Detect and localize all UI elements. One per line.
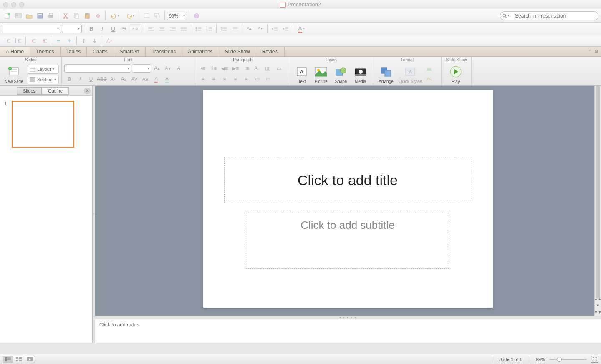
shrink-font-button[interactable]: A▾ [163,64,173,73]
tab-home[interactable]: ⌂Home [0,47,30,56]
open-template-icon[interactable] [13,11,23,21]
ribbon-dec-indent[interactable]: ◀≡ [220,64,230,73]
ribbon-underline[interactable]: U [86,75,96,84]
save-icon[interactable] [35,11,45,21]
close-panel-icon[interactable]: ✕ [84,88,91,94]
tab-tables[interactable]: Tables [61,47,87,56]
undo-icon[interactable]: ▾ [108,11,122,21]
ribbon-highlight-color[interactable]: A [162,75,172,84]
layout-button[interactable]: Layout [27,65,59,74]
add-button[interactable]: + [64,36,74,45]
fit-to-window-button[interactable]: ⛶ [591,356,598,363]
tab-transitions[interactable]: Transitions [146,47,182,56]
bullets-button[interactable] [193,24,203,33]
ribbon-font-family[interactable] [64,64,131,73]
redo-icon[interactable]: ▾ [123,11,137,21]
shape-fill-button[interactable] [424,65,434,74]
demote-button[interactable] [39,36,49,45]
move-down-button[interactable] [90,36,100,45]
ribbon-subscript[interactable]: A₂ [119,75,129,84]
align-center-button[interactable] [157,24,167,33]
ribbon-bold[interactable]: B [64,75,74,84]
indent-paragraph-button[interactable] [13,36,23,45]
ribbon-font-color[interactable]: A [151,75,161,84]
move-up-button[interactable] [79,36,89,45]
decrease-font-button[interactable]: A▾ [255,24,265,33]
increase-indent-button[interactable] [280,24,290,33]
font-color-button[interactable]: A [295,24,308,33]
strikethrough-button[interactable]: S [119,24,129,33]
slide-canvas[interactable]: Click to add title Click to add subtitle… [95,86,601,316]
sorter-view-button[interactable] [13,356,24,363]
ribbon-align-left[interactable]: ≡ [198,75,208,84]
format-painter-icon[interactable] [93,11,103,21]
panel-tab-outline[interactable]: Outline [42,87,69,95]
collapse-ribbon-icon[interactable]: ⌃ [588,49,592,54]
ribbon-align-center[interactable]: ≡ [209,75,219,84]
tab-charts[interactable]: Charts [87,47,114,56]
zoom-slider-thumb[interactable] [557,357,562,362]
new-slide-icon[interactable] [141,11,152,21]
search-input[interactable] [511,11,598,20]
subtitle-placeholder[interactable]: Click to add subtitle [246,213,449,269]
minimize-window-icon[interactable] [11,2,16,7]
ribbon-para-dialog[interactable]: ▭ [263,75,273,84]
insert-picture-button[interactable]: Picture [311,63,331,85]
ribbon-superscript[interactable]: A² [108,75,118,84]
ribbon-char-spacing[interactable]: AV [129,75,139,84]
horizontal-splitter[interactable]: • • • • • [95,316,601,319]
ribbon-strike[interactable]: ABC [97,75,107,84]
zoom-combo[interactable]: 99% [167,12,187,20]
ribbon-text-direction[interactable]: A↓ [252,64,262,73]
tab-smartart[interactable]: SmartArt [114,47,146,56]
ribbon-columns[interactable]: ▯▯ [263,64,273,73]
zoom-window-icon[interactable] [19,2,24,7]
cut-icon[interactable] [61,11,71,21]
zoom-slider[interactable] [549,359,587,360]
next-slide-icon[interactable]: ▼▼ [595,309,601,316]
ribbon-inc-indent[interactable]: ▶≡ [230,64,240,73]
numbering-button[interactable]: 123 [204,24,214,33]
ribbon-align-right[interactable]: ≡ [220,75,230,84]
print-icon[interactable] [46,11,56,21]
prev-slide-icon[interactable]: ▲▲ [595,296,601,302]
title-placeholder[interactable]: Click to add title [224,157,471,203]
outdent-paragraph-button[interactable] [3,36,13,45]
align-left-button[interactable] [146,24,156,33]
insert-shape-button[interactable]: Shape [331,63,351,85]
help-icon[interactable]: ? [192,11,202,21]
ribbon-settings-icon[interactable]: ⚙ [594,49,598,54]
ribbon-numbering[interactable]: 1≡ [209,64,219,73]
align-justify-button[interactable] [179,24,189,33]
insert-text-button[interactable]: A Text [293,63,311,85]
ribbon-change-case[interactable]: Aa [140,75,150,84]
grow-font-button[interactable]: A▴ [152,64,162,73]
quick-styles-button[interactable]: A Quick Styles [397,63,423,85]
remove-button[interactable]: − [53,36,63,45]
shape-line-button[interactable] [424,75,434,84]
slide-thumbnails[interactable]: 1 [0,96,92,343]
tab-animations[interactable]: Animations [182,47,219,56]
duplicate-slide-icon[interactable] [152,11,162,21]
paste-icon[interactable] [82,11,92,21]
tab-slide-show[interactable]: Slide Show [219,47,256,56]
clear-formatting-button[interactable]: A✕ [104,36,114,45]
play-button[interactable]: Play [444,63,467,85]
increase-font-button[interactable]: A▴ [244,24,254,33]
insert-media-button[interactable]: Media [351,63,370,85]
promote-button[interactable] [28,36,38,45]
highlight-button[interactable]: ABC [130,24,141,33]
tab-themes[interactable]: Themes [30,47,60,56]
normal-view-button[interactable] [3,356,13,363]
copy-icon[interactable] [71,11,81,21]
open-file-icon[interactable] [24,11,34,21]
bold-button[interactable]: B [86,24,96,33]
notes-pane[interactable]: Click to add notes [95,319,601,343]
underline-button[interactable]: U [108,24,118,33]
ribbon-convert-smartart[interactable]: ▭ [252,75,262,84]
slide-thumbnail-1[interactable] [12,101,74,148]
font-family-select[interactable] [3,25,61,33]
arrange-button[interactable]: Arrange [376,63,396,85]
ribbon-align-justify[interactable]: ≡ [230,75,240,84]
align-right-button[interactable] [168,24,178,33]
